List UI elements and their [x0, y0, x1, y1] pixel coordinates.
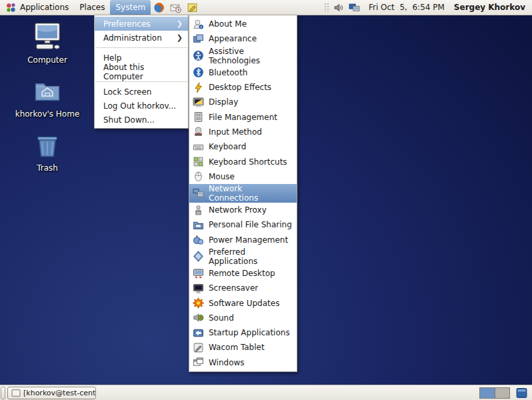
preferences-menu-item-network-proxy[interactable]: Network Proxy: [189, 203, 297, 217]
preferred-applications-icon: [193, 251, 204, 262]
places-menu[interactable]: Places: [74, 0, 110, 15]
preferences-menu-item-wacom-tablet[interactable]: Wacom Tablet: [189, 340, 297, 355]
workspace-2[interactable]: [495, 388, 509, 398]
clock-applet[interactable]: Fri Oct 5, 6:54 PM: [362, 3, 451, 12]
startup-applications-icon: [193, 327, 204, 339]
workspace-1[interactable]: [480, 388, 495, 398]
desktop-icon-area: Computer khorkov's Home Trash: [8, 21, 87, 186]
preferences-menu-item-about-me[interactable]: About Me: [189, 17, 297, 31]
remote-desktop-icon: [193, 268, 204, 279]
top-panel: Applications Places System Fri Oct 5, 6:…: [0, 0, 532, 15]
evolution-icon: [170, 2, 181, 13]
preferences-menu-item-display[interactable]: Display: [189, 95, 297, 109]
applications-menu[interactable]: Applications: [0, 0, 74, 15]
about-me-icon: [193, 19, 204, 30]
preferences-menu-item-personal-file-sharing[interactable]: Personal File Sharing: [189, 217, 297, 232]
user-switcher[interactable]: Sergey Khorkov: [451, 3, 532, 12]
preferences-menu-item-desktop-effects[interactable]: Desktop Effects: [189, 80, 297, 95]
volume-icon: [333, 2, 345, 13]
windows-icon: [193, 357, 204, 368]
volume-applet[interactable]: [331, 0, 347, 15]
system-menu-item-about-this-computer[interactable]: About this Computer: [95, 65, 188, 79]
system-tray: Fri Oct 5, 6:54 PM Sergey Khorkov: [324, 0, 532, 15]
display-icon: [193, 97, 204, 108]
preferences-menu-item-power-management[interactable]: Power Management: [189, 233, 297, 247]
preferences-menu-item-keyboard-shortcuts[interactable]: Keyboard Shortcuts: [189, 154, 297, 169]
system-menu-button[interactable]: System: [110, 0, 151, 15]
firefox-icon: [153, 2, 165, 13]
desktop-effects-icon: [193, 82, 204, 93]
gedit-launcher[interactable]: [184, 0, 201, 15]
assistive-technologies-icon: [193, 50, 204, 61]
workspace-switcher: [479, 387, 510, 399]
preferences-menu-item-network-connections[interactable]: Network Connections: [189, 184, 297, 203]
places-menu-label: Places: [79, 3, 105, 12]
preferences-menu-item-software-updates[interactable]: Software Updates: [189, 295, 297, 310]
window-icon: [516, 387, 527, 399]
network-applet[interactable]: [347, 0, 362, 15]
preferences-menu-item-keyboard[interactable]: Keyboard: [189, 139, 297, 154]
appearance-icon: [193, 33, 204, 45]
mouse-icon: [193, 171, 204, 182]
network-connections-icon: [193, 187, 204, 199]
computer-icon: [32, 21, 63, 54]
bottom-panel: [khorkov@test-centos:...: [0, 385, 532, 400]
system-menu-item-lock-screen[interactable]: Lock Screen: [95, 85, 188, 99]
window-selector-applet[interactable]: [514, 387, 529, 399]
preferences-menu-item-file-management[interactable]: File Management: [189, 109, 297, 124]
preferences-menu-item-input-method[interactable]: Input Method: [189, 125, 297, 139]
network-tray-icon: [349, 2, 360, 13]
preferences-menu-item-preferred-applications[interactable]: Preferred Applications: [189, 247, 297, 266]
preferences-menu-item-mouse[interactable]: Mouse: [189, 169, 297, 184]
sound-icon: [193, 312, 204, 323]
wacom-tablet-icon: [193, 342, 204, 353]
preferences-menu-item-startup-applications[interactable]: Startup Applications: [189, 325, 297, 340]
show-desktop-button[interactable]: [1, 387, 5, 399]
system-menu-item-preferences[interactable]: Preferences: [95, 17, 188, 31]
terminal-icon: [11, 388, 21, 397]
keyboard-shortcuts-icon: [193, 156, 204, 167]
preferences-menu-item-assistive-technologies[interactable]: Assistive Technologies: [189, 47, 297, 65]
evolution-launcher[interactable]: [167, 0, 184, 15]
menu-separator: [95, 47, 187, 48]
taskbar-window-title: [khorkov@test-centos:...: [23, 389, 96, 397]
preferences-menu-item-remote-desktop[interactable]: Remote Desktop: [189, 266, 297, 281]
trash-icon: [33, 132, 61, 162]
gedit-icon: [187, 2, 198, 13]
applications-icon: [5, 2, 17, 13]
tray-drag-handle[interactable]: [324, 3, 329, 12]
desktop-icon-home[interactable]: khorkov's Home: [8, 78, 87, 119]
keyboard-icon: [193, 141, 204, 153]
desktop-icon-label: khorkov's Home: [15, 109, 80, 119]
personal-file-sharing-icon: [193, 219, 204, 231]
desktop-icon-label: Computer: [27, 55, 67, 65]
preferences-menu-item-windows[interactable]: Windows: [189, 355, 297, 370]
home-folder-icon: [33, 78, 61, 108]
preferences-menu-item-appearance[interactable]: Appearance: [189, 31, 297, 46]
network-proxy-icon: [193, 205, 204, 216]
system-menu-item-administration[interactable]: Administration: [95, 31, 188, 45]
screensaver-icon: [193, 283, 204, 294]
file-management-icon: [193, 111, 204, 123]
applications-menu-label: Applications: [20, 3, 69, 12]
system-menu-item-shut-down[interactable]: Shut Down...: [95, 113, 188, 127]
preferences-menu-item-bluetooth[interactable]: Bluetooth: [189, 65, 297, 80]
preferences-menu-item-screensaver[interactable]: Screensaver: [189, 281, 297, 295]
desktop-icon-computer[interactable]: Computer: [8, 21, 87, 65]
software-updates-icon: [193, 297, 204, 309]
input-method-icon: [193, 126, 204, 137]
bluetooth-icon: [193, 67, 204, 78]
system-menu-dropdown: Preferences Administration Help About th…: [94, 15, 189, 129]
preferences-submenu: About Me Appearance Assistive Technologi…: [189, 15, 297, 372]
desktop-icon-trash[interactable]: Trash: [8, 132, 87, 173]
desktop-icon-label: Trash: [37, 163, 58, 173]
power-management-icon: [193, 234, 204, 245]
menu-separator: [95, 81, 187, 82]
taskbar-window-button[interactable]: [khorkov@test-centos:...: [7, 387, 96, 399]
system-menu-label: System: [115, 3, 145, 12]
firefox-launcher[interactable]: [151, 0, 167, 15]
system-menu-item-log-out-khorkov[interactable]: Log Out khorkov...: [95, 99, 188, 113]
preferences-menu-item-sound[interactable]: Sound: [189, 311, 297, 325]
